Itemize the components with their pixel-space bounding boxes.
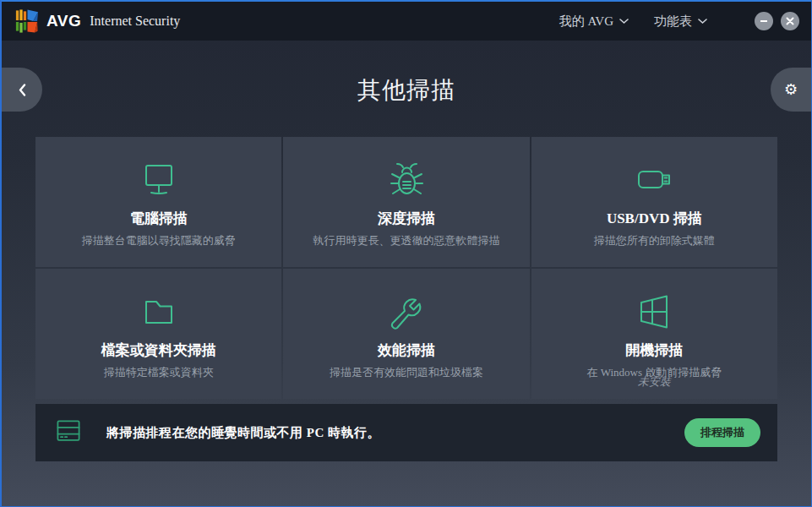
tile-deep-scan[interactable]: 深度掃描 執行用時更長、更透徹的惡意軟體掃描 (283, 137, 529, 267)
app-title: AVG Internet Security (46, 12, 180, 30)
tile-title: 檔案或資料夾掃描 (35, 341, 281, 360)
tile-title: USB/DVD 掃描 (531, 209, 777, 228)
titlebar: AVG Internet Security 我的 AVG 功能表 (2, 2, 811, 41)
tile-computer-scan[interactable]: 電腦掃描 掃描整台電腦以尋找隱藏的威脅 (35, 137, 281, 267)
schedule-text: 將掃描排程在您的睡覺時間或不用 PC 時執行。 (106, 425, 380, 441)
windows-icon (531, 292, 777, 332)
folder-icon (35, 292, 281, 332)
tile-title: 電腦掃描 (35, 209, 281, 228)
tile-title: 開機掃描 (531, 341, 777, 360)
schedule-bar: 將掃描排程在您的睡覺時間或不用 PC 時執行。 排程掃描 (35, 404, 777, 461)
tile-usb-dvd-scan[interactable]: USB/DVD 掃描 掃描您所有的卸除式媒體 (531, 137, 777, 267)
page-title: 其他掃描 (2, 41, 811, 106)
menu-options-label: 功能表 (654, 14, 692, 30)
scan-tiles-grid: 電腦掃描 掃描整台電腦以尋找隱藏的威脅 (35, 137, 777, 399)
minimize-button[interactable] (755, 12, 773, 30)
bug-icon (283, 160, 529, 200)
menu-options[interactable]: 功能表 (654, 14, 707, 30)
close-button[interactable] (781, 12, 799, 30)
brand-product: Internet Security (90, 14, 180, 29)
tile-title: 效能掃描 (283, 341, 529, 360)
chevron-left-icon (19, 84, 26, 96)
tile-subtitle: 掃描特定檔案或資料夾 (35, 365, 281, 380)
wrench-icon (283, 292, 529, 332)
tile-boot-scan[interactable]: 開機掃描 在 Windows 啟動前掃描威脅 未安裝 (531, 269, 777, 399)
brand-name: AVG (46, 12, 81, 30)
avg-window: AVG Internet Security 我的 AVG 功能表 (0, 0, 812, 507)
tile-subtitle: 執行用時更長、更透徹的惡意軟體掃描 (283, 233, 529, 248)
chevron-down-icon (619, 19, 629, 25)
settings-button[interactable]: ⚙ (771, 68, 811, 112)
usb-icon (531, 160, 777, 200)
tile-subtitle: 掃描是否有效能問題和垃圾檔案 (283, 365, 529, 380)
tile-subtitle: 掃描您所有的卸除式媒體 (531, 233, 777, 248)
chevron-down-icon (698, 19, 707, 25)
tile-performance-scan[interactable]: 效能掃描 掃描是否有效能問題和垃圾檔案 (283, 269, 529, 399)
status-not-installed: 未安裝 (531, 374, 777, 390)
menu-my-avg-label: 我的 AVG (559, 14, 613, 30)
tile-file-folder-scan[interactable]: 檔案或資料夾掃描 掃描特定檔案或資料夾 (35, 269, 281, 399)
gear-icon: ⚙ (784, 82, 798, 97)
tile-subtitle: 掃描整台電腦以尋找隱藏的威脅 (35, 233, 281, 248)
tile-title: 深度掃描 (283, 209, 529, 228)
avg-logo-icon (14, 8, 40, 35)
menu-my-avg[interactable]: 我的 AVG (559, 14, 629, 30)
schedule-scan-button[interactable]: 排程掃描 (684, 418, 760, 447)
header: 其他掃描 ⚙ (2, 41, 811, 137)
monitor-icon (35, 160, 281, 200)
schedule-icon (52, 416, 84, 450)
